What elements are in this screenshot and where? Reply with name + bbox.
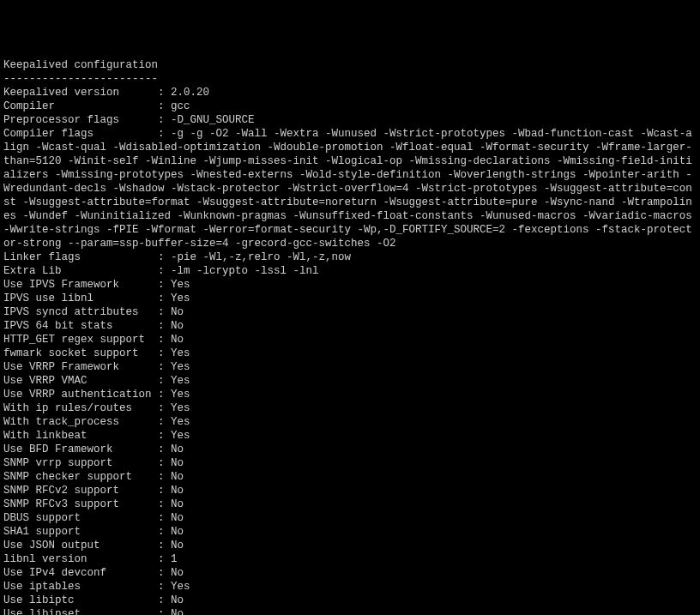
config-row: Preprocessor flags : -D_GNU_SOURCE xyxy=(3,113,697,127)
config-row: IPVS syncd attributes : No xyxy=(3,305,697,319)
config-key: Use libiptc xyxy=(3,594,158,607)
config-value: No xyxy=(171,526,184,538)
config-key: Use iptables xyxy=(3,580,158,594)
config-value: No xyxy=(171,567,184,579)
config-value: -pie -Wl,-z,relro -Wl,-z,now xyxy=(171,251,351,263)
separator: : xyxy=(158,471,171,483)
separator: : xyxy=(158,100,171,112)
config-row: Use VRRP Framework : Yes xyxy=(3,360,697,374)
separator: : xyxy=(158,485,171,497)
separator: : xyxy=(158,512,171,524)
separator: : xyxy=(158,608,171,615)
config-key: With ip rules/routes xyxy=(3,401,158,415)
separator: : xyxy=(158,347,171,359)
separator: : xyxy=(158,87,171,99)
config-row: IPVS 64 bit stats : No xyxy=(3,319,697,333)
config-row: Use iptables : Yes xyxy=(3,580,697,594)
separator: : xyxy=(158,526,171,538)
config-row: IPVS use libnl : Yes xyxy=(3,292,697,305)
section-title: Keepalived configuration xyxy=(3,58,697,72)
config-key: HTTP_GET regex support xyxy=(3,333,158,347)
config-key: IPVS 64 bit stats xyxy=(3,319,158,333)
separator: : xyxy=(158,457,171,469)
config-value: -g -g -O2 -Wall -Wextra -Wunused -Wstric… xyxy=(3,128,698,250)
separator: : xyxy=(158,128,171,140)
config-row: With linkbeat : Yes xyxy=(3,429,697,443)
config-value: No xyxy=(171,471,184,483)
config-key: Linker flags xyxy=(3,250,158,264)
separator: : xyxy=(158,594,171,606)
separator: : xyxy=(158,402,171,414)
config-row: Use IPv4 devconf : No xyxy=(3,566,697,580)
config-value: Yes xyxy=(171,389,190,401)
config-value: 2.0.20 xyxy=(171,87,209,99)
config-value: Yes xyxy=(171,292,190,304)
config-row: With ip rules/routes : Yes xyxy=(3,401,697,415)
config-key: Keepalived version xyxy=(3,86,158,99)
config-key: Use VRRP VMAC xyxy=(3,374,158,388)
config-value: -D_GNU_SOURCE xyxy=(171,114,255,126)
separator: : xyxy=(158,389,171,401)
separator: : xyxy=(158,251,171,263)
config-row: libnl version : 1 xyxy=(3,552,697,566)
config-value: Yes xyxy=(171,416,190,428)
separator: : xyxy=(158,567,171,579)
config-row: SNMP vrrp support : No xyxy=(3,456,697,470)
config-value: No xyxy=(171,485,184,497)
separator: : xyxy=(158,498,171,510)
config-row: Use VRRP VMAC : Yes xyxy=(3,374,697,388)
separator: : xyxy=(158,553,171,565)
config-row-compiler-flags: Compiler flags : -g -g -O2 -Wall -Wextra… xyxy=(3,127,697,250)
config-row: Extra Lib : -lm -lcrypto -lssl -lnl xyxy=(3,264,697,278)
config-value: Yes xyxy=(171,347,190,359)
config-value: Yes xyxy=(171,361,190,373)
config-value: No xyxy=(171,594,184,606)
config-row: Use VRRP authentication : Yes xyxy=(3,388,697,401)
config-key: Use VRRP Framework xyxy=(3,360,158,374)
config-value: No xyxy=(171,306,184,318)
config-value: No xyxy=(171,512,184,524)
config-value: -lm -lcrypto -lssl -lnl xyxy=(171,265,319,277)
config-value: Yes xyxy=(171,581,190,593)
config-key: Use VRRP authentication xyxy=(3,388,158,401)
config-value: Yes xyxy=(171,279,190,291)
config-row: fwmark socket support : Yes xyxy=(3,347,697,360)
config-key: Compiler xyxy=(3,99,158,113)
config-value: No xyxy=(171,498,184,510)
config-key: Compiler flags xyxy=(3,127,158,141)
config-row: Use JSON output : No xyxy=(3,539,697,552)
config-row: Linker flags : -pie -Wl,-z,relro -Wl,-z,… xyxy=(3,250,697,264)
separator: : xyxy=(158,306,171,318)
config-row: Use BFD Framework : No xyxy=(3,443,697,456)
config-key: DBUS support xyxy=(3,511,158,525)
config-key: fwmark socket support xyxy=(3,347,158,360)
config-key: SHA1 support xyxy=(3,525,158,539)
config-row: With track_process : Yes xyxy=(3,415,697,429)
config-row: SHA1 support : No xyxy=(3,525,697,539)
config-value: No xyxy=(171,320,184,332)
config-key: libnl version xyxy=(3,552,158,566)
separator: : xyxy=(158,540,171,552)
config-key: SNMP RFCv2 support xyxy=(3,484,158,497)
config-key: Use IPVS Framework xyxy=(3,278,158,292)
config-row: HTTP_GET regex support : No xyxy=(3,333,697,347)
config-value: No xyxy=(171,443,184,455)
config-key: With track_process xyxy=(3,415,158,429)
config-key: IPVS syncd attributes xyxy=(3,305,158,319)
config-row: Use libiptc : No xyxy=(3,594,697,607)
config-key: IPVS use libnl xyxy=(3,292,158,305)
config-row: SNMP RFCv3 support : No xyxy=(3,497,697,511)
config-key: Use JSON output xyxy=(3,539,158,552)
separator: : xyxy=(158,375,171,387)
config-value: gcc xyxy=(171,100,190,112)
config-value: 1 xyxy=(171,553,178,565)
config-row: Keepalived version : 2.0.20 xyxy=(3,86,697,99)
terminal-output: Keepalived configuration----------------… xyxy=(3,58,697,615)
separator: : xyxy=(158,292,171,304)
separator: : xyxy=(158,279,171,291)
separator: : xyxy=(158,114,171,126)
config-row: DBUS support : No xyxy=(3,511,697,525)
config-key: Preprocessor flags xyxy=(3,113,158,127)
config-row: Use IPVS Framework : Yes xyxy=(3,278,697,292)
config-key: Use libipset xyxy=(3,607,158,615)
